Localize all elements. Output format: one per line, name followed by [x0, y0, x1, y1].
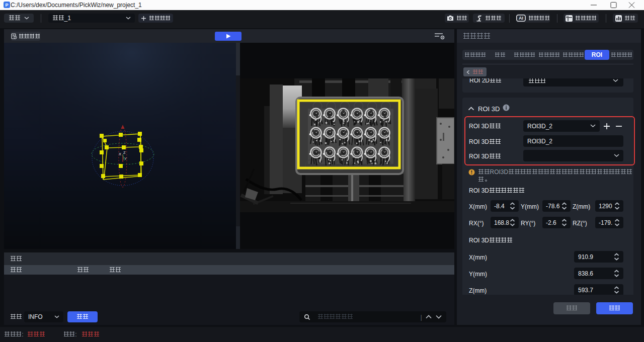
svg-text:Y: Y [124, 156, 127, 161]
svg-text:AI: AI [519, 16, 523, 21]
svg-text:P: P [5, 3, 8, 8]
svg-text:Z: Z [123, 150, 126, 155]
svg-text:X: X [119, 152, 121, 156]
